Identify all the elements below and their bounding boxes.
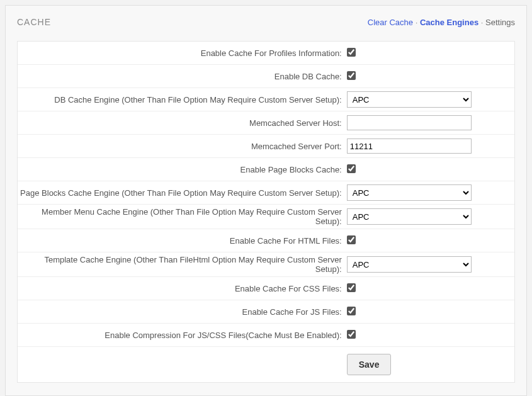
field-enable-compression	[346, 330, 514, 341]
link-clear-cache[interactable]: Clear Cache	[368, 18, 413, 27]
form-row-memcached-host: Memcached Server Host:	[18, 111, 514, 135]
field-membermenu-engine: APC	[346, 208, 514, 225]
field-enable-db	[346, 71, 514, 82]
form-row-pageblocks-engine: Page Blocks Cache Engine (Other Than Fil…	[18, 181, 514, 205]
field-enable-pageblocks	[346, 164, 514, 175]
input-enable-db[interactable]	[347, 71, 356, 80]
input-enable-css[interactable]	[347, 283, 356, 292]
label-db-engine: DB Cache Engine (Other Than File Option …	[18, 95, 346, 105]
label-template-engine: Template Cache Engine (Other Than FileHt…	[18, 255, 346, 274]
form-row-memcached-port: Memcached Server Port:	[18, 135, 514, 158]
label-enable-db: Enable DB Cache:	[18, 72, 346, 81]
field-db-engine: APC	[346, 91, 514, 108]
field-save: Save	[346, 354, 514, 375]
label-pageblocks-engine: Page Blocks Cache Engine (Other Than Fil…	[18, 188, 346, 198]
field-pageblocks-engine: APC	[346, 184, 514, 201]
form-row-db-engine: DB Cache Engine (Other Than File Option …	[18, 88, 514, 111]
input-memcached-host[interactable]	[347, 115, 472, 130]
form-table: Enable Cache For Profiles Information:En…	[17, 41, 515, 383]
input-memcached-port[interactable]	[347, 139, 472, 154]
panel-links: Clear Cache · Cache Engines · Settings	[368, 18, 515, 27]
label-enable-js: Enable Cache For JS Files:	[18, 307, 346, 317]
cache-panel: CACHE Clear Cache · Cache Engines · Sett…	[5, 5, 527, 396]
field-template-engine: APC	[346, 256, 514, 273]
form-row-enable-compression: Enable Compression For JS/CSS Files(Cach…	[18, 324, 514, 347]
field-enable-js	[346, 307, 514, 317]
form-row-template-engine: Template Cache Engine (Other Than FileHt…	[18, 252, 514, 277]
link-sep: ·	[481, 18, 484, 27]
panel-title: CACHE	[17, 17, 51, 27]
form-row-enable-html: Enable Cache For HTML Files:	[18, 229, 514, 252]
link-cache-engines[interactable]: Cache Engines	[420, 18, 478, 27]
label-memcached-port: Memcached Server Port:	[18, 142, 346, 151]
form-row-enable-css: Enable Cache For CSS Files:	[18, 277, 514, 300]
input-enable-js[interactable]	[347, 307, 356, 315]
form-row-enable-db: Enable DB Cache:	[18, 65, 514, 88]
field-memcached-host	[346, 115, 514, 130]
input-pageblocks-engine[interactable]: APC	[347, 184, 472, 201]
link-settings[interactable]: Settings	[485, 18, 515, 27]
form-row-enable-profiles: Enable Cache For Profiles Information:	[18, 42, 514, 65]
form-row-save: Save	[18, 347, 514, 382]
field-memcached-port	[346, 139, 514, 154]
input-enable-compression[interactable]	[347, 330, 356, 339]
field-enable-html	[346, 235, 514, 246]
input-template-engine[interactable]: APC	[347, 256, 472, 273]
save-button[interactable]: Save	[347, 354, 392, 375]
input-enable-html[interactable]	[347, 235, 356, 244]
label-enable-compression: Enable Compression For JS/CSS Files(Cach…	[18, 331, 346, 340]
panel-header: CACHE Clear Cache · Cache Engines · Sett…	[17, 17, 515, 27]
field-enable-profiles	[346, 48, 514, 59]
form-row-enable-pageblocks: Enable Page Blocks Cache:	[18, 158, 514, 181]
label-membermenu-engine: Member Menu Cache Engine (Other Than Fil…	[18, 207, 346, 226]
label-enable-html: Enable Cache For HTML Files:	[18, 236, 346, 246]
form-row-membermenu-engine: Member Menu Cache Engine (Other Than Fil…	[18, 205, 514, 229]
input-enable-pageblocks[interactable]	[347, 164, 356, 173]
label-enable-css: Enable Cache For CSS Files:	[18, 284, 346, 293]
label-enable-pageblocks: Enable Page Blocks Cache:	[18, 165, 346, 174]
link-sep: ·	[416, 18, 418, 27]
input-db-engine[interactable]: APC	[347, 91, 472, 108]
input-enable-profiles[interactable]	[347, 48, 356, 57]
label-enable-profiles: Enable Cache For Profiles Information:	[18, 48, 346, 58]
label-memcached-host: Memcached Server Host:	[18, 118, 346, 128]
form-row-enable-js: Enable Cache For JS Files:	[18, 300, 514, 324]
input-membermenu-engine[interactable]: APC	[347, 208, 472, 225]
field-enable-css	[346, 283, 514, 294]
